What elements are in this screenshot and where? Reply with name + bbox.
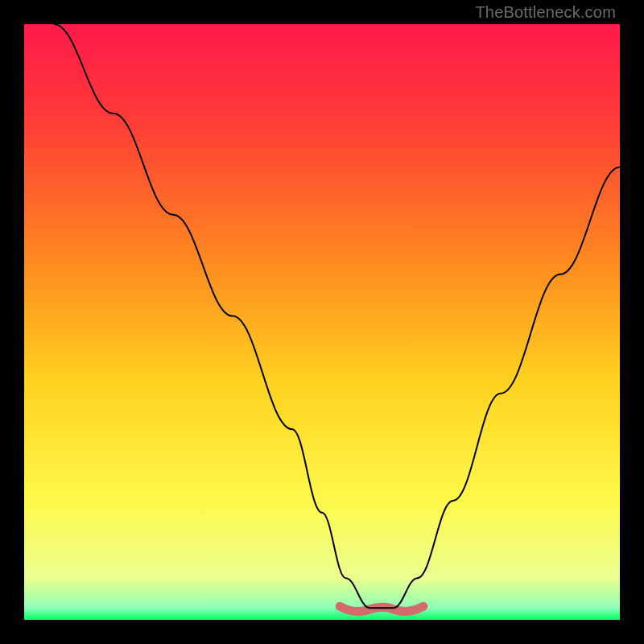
flat-highlight-segment: [340, 606, 423, 611]
watermark-text: TheBottleneck.com: [475, 3, 616, 22]
chart-plot-area: [24, 24, 620, 620]
chart-svg: [24, 24, 620, 620]
